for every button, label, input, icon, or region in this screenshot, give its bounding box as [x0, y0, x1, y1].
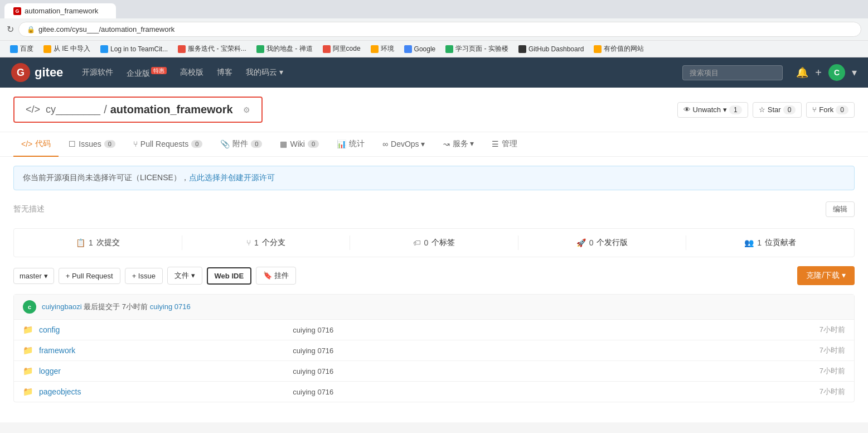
stat-branches[interactable]: ⑂ 1 个分支 — [182, 235, 351, 250]
bookmark-shiyanlou[interactable]: 学习页面 - 实验楼 — [442, 43, 512, 55]
avatar-dropdown-icon[interactable]: ▾ — [852, 66, 857, 79]
bookmark-label: 我的地盘 - 禅道 — [266, 44, 313, 54]
bookmark-label: Google — [414, 45, 436, 53]
star-button[interactable]: ☆ Star 0 — [753, 102, 802, 118]
bookmark-valuable[interactable]: 有价值的网站 — [590, 43, 647, 55]
file-config[interactable]: config — [39, 325, 293, 334]
stat-commits[interactable]: 📋 1 次提交 — [14, 235, 182, 250]
file-pageobjects[interactable]: pageobjects — [39, 387, 293, 396]
bookmark-github[interactable]: GitHub Dashboard — [515, 44, 587, 54]
search-input[interactable] — [682, 65, 783, 80]
fork-count: 0 — [836, 105, 848, 114]
commit-avatar: c — [23, 300, 36, 314]
repo-owner[interactable]: cy________ — [46, 104, 100, 116]
star-label: Star — [768, 105, 781, 114]
google-icon — [404, 45, 412, 53]
plus-icon[interactable]: + — [815, 66, 822, 79]
bookmark-ie[interactable]: 从 IE 中导入 — [40, 43, 94, 55]
issue-button[interactable]: + Issue — [125, 268, 163, 284]
license-banner: 你当前开源项目尚未选择许可证（LICENSE），点此选择并创建开源许可 — [13, 166, 855, 190]
repo-settings-icon[interactable]: ⚙ — [243, 105, 250, 114]
fork-icon: ⑂ — [812, 105, 817, 114]
bookmark-service[interactable]: 服务迭代 - 宝荣科... — [174, 43, 250, 55]
bookmark-zentao[interactable]: 我的地盘 - 禅道 — [253, 43, 316, 55]
description-text: 暂无描述 — [13, 204, 45, 214]
tab-service[interactable]: ↝ 服务 ▾ — [435, 132, 482, 157]
bookmark-env[interactable]: 环境 — [367, 43, 397, 55]
stat-releases[interactable]: 🚀 0 个发行版 — [518, 235, 687, 250]
attach-badge: 0 — [251, 140, 262, 148]
nav-opensource[interactable]: 开源软件 — [76, 64, 119, 81]
reload-button[interactable]: ↻ — [7, 24, 14, 35]
commit-author[interactable]: cuiyingbaozi — [42, 302, 82, 311]
webide-button[interactable]: Web IDE — [207, 267, 252, 285]
tab-code[interactable]: </> 代码 — [13, 132, 59, 157]
service-tab-label: 服务 ▾ — [453, 139, 474, 149]
releases-icon: 🚀 — [576, 238, 586, 247]
tags-label: 个标签 — [431, 238, 455, 248]
bookmark-button[interactable]: 🔖 挂件 — [256, 267, 296, 285]
edit-description-button[interactable]: 编辑 — [826, 201, 855, 217]
branch-selector[interactable]: master ▾ — [13, 268, 54, 284]
nav-college[interactable]: 高校版 — [174, 64, 209, 81]
repo-name[interactable]: automation_framework — [110, 103, 233, 116]
file-logger[interactable]: logger — [39, 367, 293, 376]
bookmark-teamcity[interactable]: Log in to TeamCit... — [97, 44, 171, 54]
tab-attachments[interactable]: 📎 附件 0 — [212, 132, 270, 157]
tab-pullrequests[interactable]: ⑂ Pull Requests 0 — [125, 133, 211, 156]
bookmark-google[interactable]: Google — [401, 44, 439, 54]
pull-request-button[interactable]: + Pull Request — [59, 268, 120, 284]
bookmark-alicode[interactable]: 阿里code — [319, 43, 364, 55]
special-badge: 特惠 — [151, 67, 167, 74]
nav-enterprise[interactable]: 企业版特惠 — [121, 64, 172, 82]
folder-icon: 📁 — [23, 387, 33, 397]
file-time-pageobjects: 7小时前 — [801, 387, 845, 397]
nav-mycloud[interactable]: 我的码云 ▾ — [240, 64, 289, 81]
repo-page: </> cy________ / automation_framework ⚙ … — [0, 88, 868, 422]
address-box[interactable]: 🔒 gitee.com/cysu___/automation_framework — [18, 22, 861, 37]
repo-code-icon: </> — [26, 104, 40, 116]
file-row: 📁 logger cuiying 0716 7小时前 — [14, 361, 854, 382]
logo-letter: G — [17, 67, 25, 79]
license-link[interactable]: 点此选择并创建开源许可 — [189, 173, 275, 182]
tab-issues[interactable]: ☐ Issues 0 — [61, 133, 123, 156]
tab-wiki[interactable]: ▦ Wiki 0 — [272, 133, 327, 156]
commit-info: cuiyingbaozi 最后提交于 7小时前 cuiying 0716 — [42, 302, 191, 312]
teamcity-icon — [100, 45, 108, 53]
clone-button[interactable]: 克隆/下载 ▾ — [797, 266, 855, 285]
tab-manage[interactable]: ☰ 管理 — [484, 132, 525, 157]
bookmark-label: 有价值的网站 — [604, 44, 644, 54]
repo-tabs: </> 代码 ☐ Issues 0 ⑂ Pull Requests 0 📎 附件… — [0, 132, 868, 157]
bookmark-baidu[interactable]: 百度 — [7, 43, 37, 55]
unwatch-button[interactable]: 👁 Unwatch ▾ 1 — [677, 102, 748, 118]
file-framework[interactable]: framework — [39, 346, 293, 355]
branch-dropdown-icon: ▾ — [44, 272, 48, 280]
gitee-header: G gitee 开源软件 企业版特惠 高校版 博客 我的码云 ▾ 🔔 + C ▾ — [0, 57, 868, 88]
avatar-letter: C — [834, 68, 840, 77]
bell-icon[interactable]: 🔔 — [796, 66, 808, 79]
file-button[interactable]: 文件 ▾ — [167, 267, 202, 285]
shiyanlou-icon — [445, 45, 453, 53]
bookmark-label: GitHub Dashboard — [528, 45, 584, 53]
gitee-logo[interactable]: G gitee — [11, 63, 63, 82]
commit-message-link[interactable]: cuiying 0716 — [150, 302, 191, 311]
nav-blog[interactable]: 博客 — [211, 64, 238, 81]
file-row: 📁 pageobjects cuiying 0716 7小时前 — [14, 382, 854, 402]
user-avatar[interactable]: C — [828, 64, 845, 81]
fork-button[interactable]: ⑂ Fork 0 — [806, 102, 855, 118]
releases-value: 0 — [589, 238, 594, 247]
eye-icon: 👁 — [683, 105, 691, 114]
contributors-label: 位贡献者 — [765, 238, 796, 248]
tab-devops[interactable]: ∞ DevOps ▾ — [375, 133, 433, 156]
tab-stats[interactable]: 📊 统计 — [329, 132, 372, 157]
commit-prefix: 最后提交于 — [84, 302, 122, 311]
pr-tab-label: Pull Requests — [140, 139, 188, 148]
stat-contributors[interactable]: 👥 1 位贡献者 — [686, 235, 854, 250]
stat-tags[interactable]: 🏷 0 个标签 — [350, 235, 518, 250]
alicode-icon — [323, 45, 331, 53]
service-tab-icon: ↝ — [443, 139, 450, 148]
repo-description: 暂无描述 编辑 — [13, 199, 855, 219]
browser-tab-active[interactable]: G automation_framework — [4, 3, 116, 18]
bookmark-label: 从 IE 中导入 — [54, 44, 90, 54]
unwatch-label: Unwatch — [693, 105, 721, 114]
